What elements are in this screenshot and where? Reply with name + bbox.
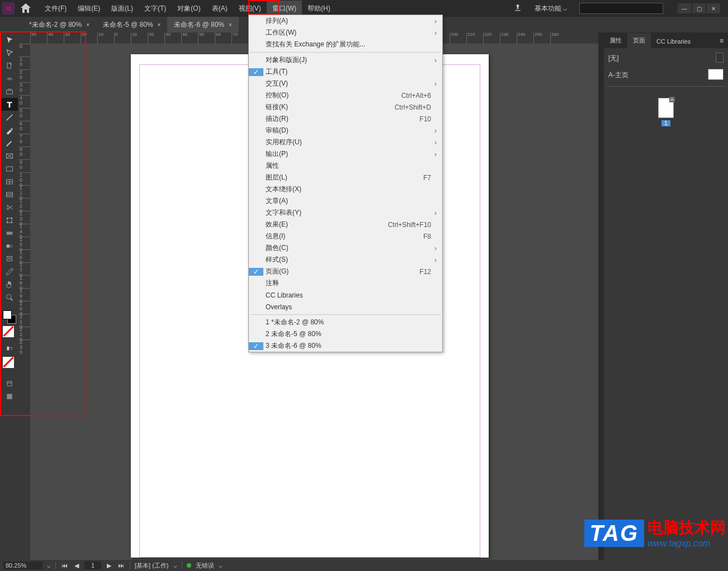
vertical-ruler[interactable]: 0102030405060708090100110120130140150160… [19,44,30,560]
menu-item[interactable]: 样式(S)› [249,254,442,266]
menu-item[interactable]: 实用程序(U)› [249,136,442,148]
svg-point-9 [7,218,8,219]
panel-tab-0[interactable]: 属性 [604,33,627,48]
rectangle-tool-icon[interactable] [1,162,18,175]
menu-item[interactable]: ✓工具(T) [249,66,442,78]
selection-tool-icon[interactable] [1,34,18,46]
menu-1[interactable]: 编辑(E) [72,1,106,17]
master-none-row[interactable]: [无] [607,50,725,67]
menu-item[interactable]: 图层(L)F7 [249,172,442,183]
panel-collapse-strip[interactable] [598,32,604,560]
tab-close-icon[interactable]: × [229,22,232,28]
panel-tab-2[interactable]: CC Libraries [651,35,696,48]
view-mode-preview-icon[interactable] [1,390,18,403]
page-master-label: A [669,97,675,102]
direct-selection-tool-icon[interactable] [1,46,18,59]
page-input[interactable]: 1 [84,561,101,569]
menu-item[interactable]: 对象和版面(J)› [249,54,442,66]
page-tool-icon[interactable] [1,59,18,72]
grid-tool-icon[interactable] [1,175,18,188]
menu-item[interactable]: 信息(I)F8 [249,230,442,242]
menu-item[interactable]: Overlays [249,301,442,313]
menu-item[interactable]: 工作区(W)› [249,27,442,39]
home-icon[interactable] [19,2,32,15]
watermark-title: 电脑技术网 [647,517,726,539]
master-a-row[interactable]: A-主页 [607,67,725,84]
menu-item[interactable]: 属性 [249,160,442,172]
svg-rect-3 [7,167,13,171]
panel-menu-icon[interactable]: ≡ [715,34,728,48]
menu-3[interactable]: 文字(T) [139,1,172,17]
menu-item[interactable]: 查找有关 Exchange 的扩展功能... [249,39,442,50]
gap-tool-icon[interactable] [1,72,18,85]
menu-item[interactable]: 颜色(C)› [249,242,442,254]
menu-item[interactable]: 效果(E)Ctrl+Shift+F10 [249,219,442,230]
minimize-button[interactable]: — [678,3,691,13]
menu-item[interactable]: 审稿(D)› [249,125,442,136]
menu-item[interactable]: 1 *未命名-2 @ 80% [249,317,442,328]
master-a-label: A-主页 [608,70,628,80]
apply-none-icon[interactable] [3,357,16,370]
page-first-icon[interactable]: ⏮ [60,562,69,569]
tab-close-icon[interactable]: × [158,22,161,28]
menu-item[interactable]: 2 未命名-5 @ 80% [249,328,442,340]
doc-tab-1[interactable]: 未命名-5 @ 80%× [96,17,167,33]
free-transform-icon[interactable] [1,214,18,226]
menu-item[interactable]: 输出(P)› [249,148,442,160]
maximize-button[interactable]: ▢ [692,3,706,13]
share-icon[interactable] [513,3,522,14]
right-panel-group: 属性页面CC Libraries≡ [无] A-主页 A 1 [604,32,728,560]
zoom-tool-icon[interactable] [1,291,18,304]
menu-item[interactable]: ✓3 未命名-6 @ 80% [249,340,442,352]
apply-container-icon[interactable]: T [1,342,18,355]
gradient-feather-icon[interactable] [1,239,18,252]
default-fill-stroke-icon[interactable] [3,326,16,339]
menu-4[interactable]: 对象(O) [172,1,206,17]
pencil-tool-icon[interactable] [1,136,18,149]
line-tool-icon[interactable] [1,111,18,124]
gradient-swatch-icon[interactable] [1,226,18,239]
doc-tab-2[interactable]: 未命名-6 @ 80%× [167,17,238,33]
tool-panel: T [0,32,19,560]
pen-tool-icon[interactable] [1,124,18,136]
menu-item[interactable]: 排列(A)› [249,15,442,27]
menu-item[interactable]: CC Libraries [249,289,442,301]
zoom-input[interactable]: 80.25% [3,561,42,569]
ruler-origin[interactable] [19,32,30,44]
menu-item[interactable]: 文章(A) [249,195,442,207]
horizontal-grid-tool-icon[interactable] [1,188,18,201]
panel-tab-1[interactable]: 页面 [627,33,651,48]
note-tool-icon[interactable] [1,252,18,265]
view-mode-normal-icon[interactable] [1,377,18,390]
page-prev-icon[interactable]: ◀ [73,562,80,569]
doc-tab-0[interactable]: *未命名-2 @ 80%× [22,17,96,33]
page-thumbnail[interactable]: A 1 [607,98,725,127]
watermark-tag: TAG [584,520,644,547]
eyedropper-tool-icon[interactable] [1,265,18,278]
page-number-badge: 1 [661,120,670,126]
menu-2[interactable]: 版面(L) [106,1,139,17]
tab-close-icon[interactable]: × [86,22,89,28]
menu-item[interactable]: 链接(K)Ctrl+Shift+D [249,101,442,113]
type-tool-icon[interactable] [1,98,18,111]
hand-tool-icon[interactable] [1,278,18,291]
search-input[interactable] [579,3,663,14]
page-next-icon[interactable]: ▶ [106,562,112,569]
menu-item[interactable]: 文本绕排(X) [249,183,442,195]
menu-item[interactable]: 注释 [249,277,442,289]
menu-item[interactable]: 文字和表(Y)› [249,207,442,219]
page-last-icon[interactable]: ⏭ [117,562,125,569]
fill-stroke-swatch[interactable] [3,310,16,324]
menu-item[interactable]: ✓页面(G)F12 [249,266,442,277]
menu-item[interactable]: 交互(V)› [249,78,442,89]
menu-5[interactable]: 表(A) [206,1,233,17]
close-button[interactable]: ✕ [707,3,720,13]
scissors-tool-icon[interactable] [1,201,18,214]
workspace-dropdown[interactable]: 基本功能 ⌵ [530,2,571,16]
menu-item[interactable]: 描边(R)F10 [249,113,442,125]
rectangle-frame-icon[interactable] [1,149,18,162]
menu-0[interactable]: 文件(F) [39,1,72,17]
preflight-label[interactable]: 无错误 [196,561,214,570]
menu-item[interactable]: 控制(O)Ctrl+Alt+6 [249,89,442,101]
content-collector-icon[interactable] [1,85,18,98]
